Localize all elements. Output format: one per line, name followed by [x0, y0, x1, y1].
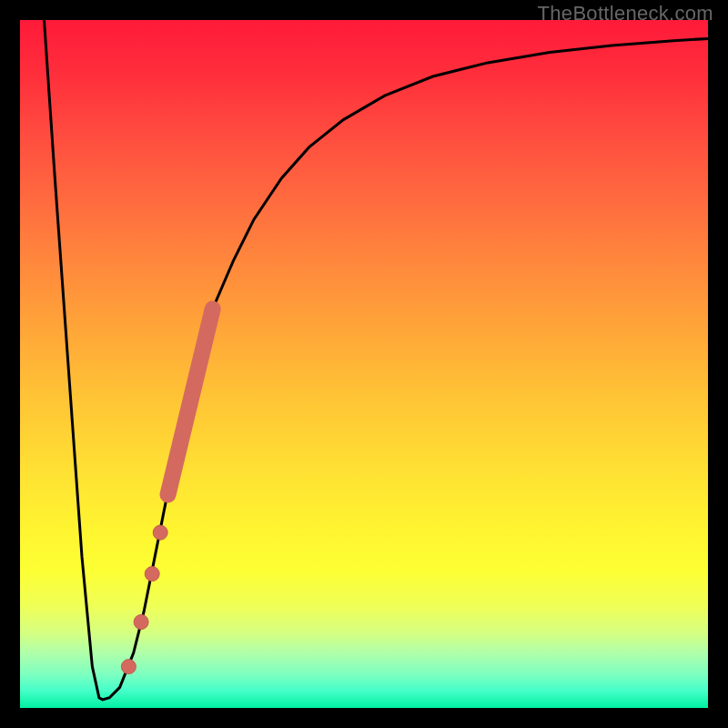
highlight-dots [121, 525, 167, 673]
chart-frame: TheBottleneck.com [0, 0, 728, 728]
watermark-text: TheBottleneck.com [538, 2, 713, 25]
dot-4 [153, 525, 167, 540]
bottleneck-curve [45, 20, 709, 700]
dot-3 [145, 567, 159, 581]
dot-2 [134, 615, 148, 630]
highlight-segment [168, 309, 213, 495]
dot-1 [121, 660, 136, 674]
chart-svg [0, 0, 728, 728]
